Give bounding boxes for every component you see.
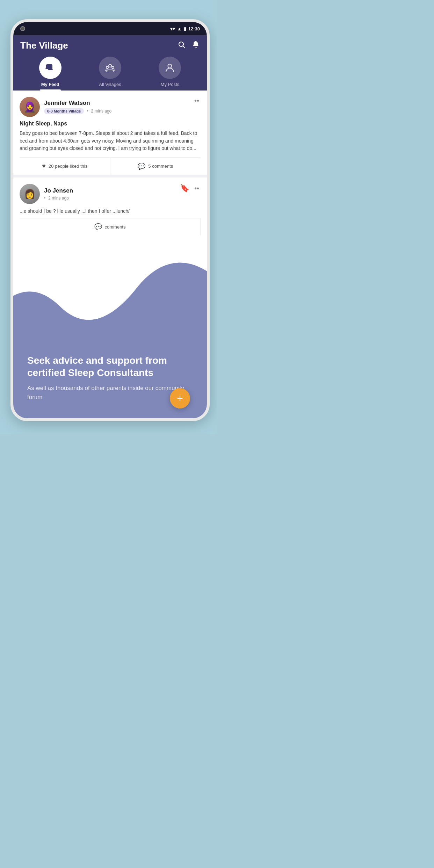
tab-my-posts[interactable]: My Posts [149, 57, 191, 91]
search-icon[interactable] [178, 41, 186, 51]
svg-line-1 [183, 46, 185, 48]
marketing-subtext: As well as thousands of other parents in… [27, 384, 193, 402]
post-1-avatar: 🧕 [20, 97, 40, 117]
fab-create-post[interactable]: + [170, 388, 190, 408]
post-1-village-badge[interactable]: 0-3 Months Village [44, 108, 84, 114]
post-1-meta-row: 0-3 Months Village • 2 mins ago [44, 108, 111, 114]
bookmark-icon[interactable]: 🔖 [180, 184, 189, 193]
post-2-icons: 🔖 •• [180, 184, 201, 193]
post-2-meta: Jo Jensen • 2 mins ago [44, 187, 73, 201]
post-1-header: 🧕 Jennifer Watson 0-3 Months Village • 2… [20, 97, 201, 117]
signal-icon: ▲ [177, 26, 182, 31]
post-card-2: 👩 Jo Jensen • 2 mins ago 🔖 •• ...e shou [13, 178, 207, 240]
post-1-title: Night Sleep, Naps [20, 121, 201, 127]
post-1-like-button[interactable]: ♥ 20 people liked this [20, 158, 110, 175]
tab-all-villages[interactable]: All Villages [89, 57, 131, 91]
header-icons [178, 41, 200, 51]
post-1-likes-label: 20 people liked this [49, 164, 87, 169]
active-tab-underline [40, 89, 61, 91]
tabs-row: My Feed All Villages [20, 57, 200, 91]
svg-point-7 [168, 64, 172, 68]
all-villages-icon-circle [99, 57, 121, 79]
my-feed-label: My Feed [41, 82, 59, 87]
svg-point-5 [106, 66, 108, 68]
wave-overlay [10, 216, 210, 418]
post-2-user-info: 👩 Jo Jensen • 2 mins ago [20, 184, 73, 204]
post-1-comments-label: 5 comments [148, 164, 173, 169]
post-1-more-button[interactable]: •• [193, 97, 201, 105]
post-2-comment-button[interactable]: 💬 comments [20, 218, 201, 236]
post-1-user-info: 🧕 Jennifer Watson 0-3 Months Village • 2… [20, 97, 111, 117]
svg-point-4 [109, 64, 111, 67]
my-posts-label: My Posts [161, 82, 179, 87]
post-card-1: 🧕 Jennifer Watson 0-3 Months Village • 2… [13, 91, 207, 175]
status-bar: ▾▾ ▲ ▮ 12:30 [13, 22, 207, 35]
status-time: 12:30 [188, 26, 200, 31]
title-row: The Village [20, 40, 200, 51]
content-area: 🧕 Jennifer Watson 0-3 Months Village • 2… [13, 91, 207, 240]
post-2-author: Jo Jensen [44, 187, 73, 194]
dot-separator-2: • [44, 196, 45, 201]
dot-separator-1: • [87, 109, 88, 114]
wifi-icon: ▾▾ [170, 26, 175, 31]
battery-icon: ▮ [184, 26, 186, 31]
heart-icon: ♥ [42, 162, 46, 170]
all-villages-label: All Villages [99, 82, 121, 87]
post-2-time: 2 mins ago [48, 196, 69, 201]
post-2-meta-row: • 2 mins ago [44, 196, 73, 201]
tab-my-feed[interactable]: My Feed [29, 57, 71, 91]
post-1-actions: ♥ 20 people liked this 💬 5 comments [20, 157, 201, 175]
phone-frame: ▾▾ ▲ ▮ 12:30 The Village [10, 19, 210, 421]
post-2-more-button[interactable]: •• [193, 185, 201, 193]
status-icons: ▾▾ ▲ ▮ 12:30 [170, 26, 200, 31]
comment-icon: 💬 [138, 162, 145, 170]
camera-cutout [20, 26, 25, 31]
notification-icon[interactable] [191, 41, 200, 51]
comment-icon-2: 💬 [94, 223, 102, 231]
app-header: The Village [13, 35, 207, 91]
my-posts-icon-circle [159, 57, 181, 79]
post-2-body: ...e should I be ? He usually ...l then … [20, 208, 201, 215]
post-1-author: Jennifer Watson [44, 100, 111, 107]
svg-point-6 [112, 66, 114, 68]
fab-plus-icon: + [177, 392, 183, 404]
post-2-actions: 💬 comments [20, 218, 201, 236]
post-1-comment-button[interactable]: 💬 5 comments [110, 158, 201, 175]
post-2-header: 👩 Jo Jensen • 2 mins ago 🔖 •• [20, 184, 201, 204]
post-1-body: Baby goes to bed between 7-8pm. Sleeps t… [20, 130, 201, 152]
marketing-headline: Seek advice and support from certified S… [27, 354, 193, 379]
post-2-comments-label: comments [105, 224, 126, 230]
my-feed-icon-circle [39, 57, 62, 79]
post-1-meta: Jennifer Watson 0-3 Months Village • 2 m… [44, 100, 111, 114]
app-title: The Village [20, 40, 68, 51]
post-1-time: 2 mins ago [91, 109, 112, 114]
